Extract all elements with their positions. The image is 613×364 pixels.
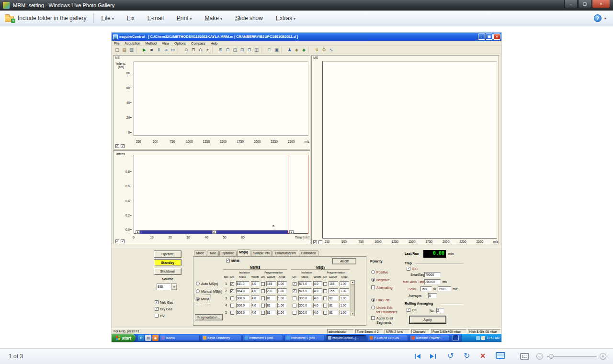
tab-sample-info[interactable]: Sample Info xyxy=(251,250,272,256)
autoscale-icon[interactable]: ± xyxy=(204,46,211,53)
radio-manual-ms-n[interactable]: Manual MS(n) xyxy=(195,287,223,295)
apply-to-all-segments-checkbox[interactable]: Apply to all Segments xyxy=(371,316,393,325)
msms-fragmentation-on-checkbox[interactable] xyxy=(261,282,265,286)
layout-grid-icon[interactable]: ⊞ xyxy=(238,46,246,53)
msms-ampl-field[interactable]: 1.00 xyxy=(277,296,287,301)
trace-checkbox[interactable] xyxy=(121,144,125,148)
calibrate-icon[interactable]: ◆ xyxy=(300,46,307,53)
ms3-isolation-on-checkbox[interactable] xyxy=(293,311,296,315)
menu-fix[interactable]: Fix xyxy=(127,15,135,22)
delete-button[interactable]: × xyxy=(480,351,486,361)
high-voltage-icon[interactable]: ↯ xyxy=(313,46,320,53)
trace-checkbox[interactable] xyxy=(313,240,317,244)
scan-from-field[interactable]: 150 xyxy=(420,286,432,292)
msms-mass-field[interactable]: 300.0 xyxy=(236,310,250,315)
ms3-ampl-field[interactable]: 1.00 xyxy=(340,281,349,286)
radio-auto-ms-n[interactable]: Auto MS(n) xyxy=(195,280,219,287)
rolling-no-field[interactable]: 2 xyxy=(436,308,444,313)
show-desktop-icon[interactable]: ▤ xyxy=(145,335,151,341)
checkbox-hv[interactable]: HV xyxy=(155,312,173,319)
signal-icon[interactable]: ∿ xyxy=(328,46,335,53)
media-player-icon[interactable]: ◉ xyxy=(152,335,159,341)
app-menu-file[interactable]: File xyxy=(114,42,119,45)
source-select[interactable]: ESI ▼ xyxy=(157,284,177,290)
ms3-cutoff-field[interactable]: 81 xyxy=(329,310,338,315)
zoom-in-button[interactable]: + xyxy=(600,353,606,360)
ms3-ampl-field[interactable]: 1.00 xyxy=(340,288,349,294)
app-menu-view[interactable]: View xyxy=(162,42,169,45)
task-button-microsoft-powerp[interactable]: Microsoft PowerP... xyxy=(409,335,450,341)
msms-isolation-on-checkbox[interactable] xyxy=(230,289,234,293)
maximize-button[interactable]: ▢ xyxy=(578,0,591,8)
shutdown-button[interactable]: Shutdown xyxy=(154,268,182,275)
skip-icon[interactable]: ↦ xyxy=(170,46,177,53)
standby-button[interactable]: Standby xyxy=(154,259,182,266)
menu-make[interactable]: Make▾ xyxy=(205,15,222,22)
zoom-slider-thumb[interactable] xyxy=(549,354,554,359)
scroll-down-arrow[interactable]: ▼ xyxy=(351,312,354,316)
msms-mass-field[interactable]: 864.0 xyxy=(236,288,250,294)
msms-mass-field[interactable]: 300.0 xyxy=(236,296,250,301)
language-indicator-icon[interactable] xyxy=(453,335,459,341)
app-menu-help[interactable]: Help xyxy=(211,42,217,45)
lock-icon[interactable]: Ω xyxy=(320,46,328,53)
msms-mass-field[interactable]: 611.0 xyxy=(236,281,250,286)
tray-volume-icon[interactable] xyxy=(481,336,485,340)
msms-width-field[interactable]: 4.0 xyxy=(251,296,260,301)
time-segment-bar[interactable]: 1 2 3 xyxy=(136,230,294,234)
tab-optimize[interactable]: Optimize xyxy=(219,250,237,256)
include-folder-button[interactable]: + Include folder in the gallery xyxy=(5,14,86,22)
zoom-slider-track[interactable] xyxy=(547,356,597,357)
step-icon[interactable]: ↠ xyxy=(162,46,170,53)
icc-checkbox[interactable]: ICC xyxy=(407,267,418,271)
task-button-kayla-cranberry[interactable]: Kayla Cranberry ... xyxy=(201,335,241,341)
ms3-width-field[interactable]: 4.0 xyxy=(313,303,322,308)
zoom-in-icon[interactable]: ⊕ xyxy=(182,46,190,53)
ms3-mass-field[interactable]: 575.0 xyxy=(298,281,312,286)
task-button-esquirecontrol[interactable]: esquireControl - [... xyxy=(326,335,366,341)
open-method-icon[interactable]: ▤ xyxy=(121,46,128,53)
mrm-table-scrollbar[interactable]: ▲ ▼ xyxy=(351,280,355,316)
task-button-instrument-1-onli[interactable]: Instrument 1 (onli... xyxy=(243,335,283,341)
zoom-out-icon[interactable]: ⊖ xyxy=(197,46,204,53)
averages-field[interactable]: 5 xyxy=(428,293,437,298)
ms3-cutoff-field[interactable]: 81 xyxy=(329,303,338,308)
run-acquisition-icon[interactable]: ▶ xyxy=(141,46,148,53)
layout-rows-icon[interactable]: ⊟ xyxy=(246,46,253,53)
layout-horizontal-split-icon[interactable]: ⊟ xyxy=(224,46,231,53)
fragmentation-button[interactable]: Fragmentation... xyxy=(195,314,223,320)
ms3-fragmentation-on-checkbox[interactable] xyxy=(323,282,327,286)
ms3-mass-field[interactable]: 300.0 xyxy=(298,310,312,315)
fit-to-window-button[interactable] xyxy=(520,353,529,360)
previous-button[interactable] xyxy=(414,353,420,360)
ms3-mass-field[interactable]: 575.0 xyxy=(298,288,312,294)
app-restore-button[interactable]: ▣ xyxy=(486,34,493,40)
pause-icon[interactable]: ‖ xyxy=(155,46,162,53)
trace-checkbox[interactable] xyxy=(115,144,119,148)
internet-explorer-icon[interactable]: e xyxy=(138,335,144,341)
operate-button[interactable]: Operate xyxy=(154,250,182,258)
msms-fragmentation-on-checkbox[interactable] xyxy=(261,311,265,315)
menu-print[interactable]: Print▾ xyxy=(177,15,192,22)
rolling-on-checkbox[interactable]: On xyxy=(407,308,416,312)
msms-fragmentation-on-checkbox[interactable] xyxy=(261,289,265,293)
msms-width-field[interactable]: 4.0 xyxy=(251,310,260,315)
tab-tune[interactable]: Tune xyxy=(207,250,219,256)
ms3-cutoff-field[interactable]: 81 xyxy=(329,296,338,301)
radio-positive[interactable]: Positive xyxy=(371,268,392,276)
minimize-button[interactable]: – xyxy=(564,0,578,8)
ms3-width-field[interactable]: 4.0 xyxy=(313,281,322,286)
msms-ampl-field[interactable]: 1.00 xyxy=(277,310,287,315)
radio-link-edit[interactable]: Link Edit xyxy=(371,296,392,304)
ms3-isolation-on-checkbox[interactable] xyxy=(293,296,296,300)
smarttarget-field[interactable]: 70000 xyxy=(424,272,441,277)
tab-ms-n[interactable]: MS(n) xyxy=(237,250,250,256)
apply-button[interactable]: Apply xyxy=(409,316,446,323)
msms-cutoff-field[interactable]: 81 xyxy=(266,296,276,301)
msms-cutoff-field[interactable]: 81 xyxy=(266,310,276,315)
tab-mode[interactable]: Mode xyxy=(194,250,206,256)
checkbox-dry-gas[interactable]: Dry Gas xyxy=(155,306,173,312)
msms-width-field[interactable]: 4.0 xyxy=(251,288,260,294)
app-menu-acquistion[interactable]: Acquistion xyxy=(125,42,140,45)
tab-chromatogram[interactable]: Chromatogram xyxy=(272,250,298,256)
